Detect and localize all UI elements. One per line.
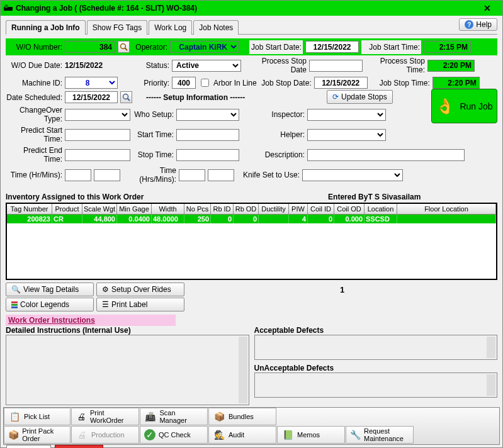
close-button[interactable]: ✕	[475, 3, 500, 13]
acceptable-defects-textarea[interactable]	[254, 335, 498, 360]
pick-list-button[interactable]: 📋Pick List	[4, 408, 71, 425]
knife-set-select[interactable]	[302, 169, 403, 181]
col-floor-location[interactable]: Floor Location	[397, 204, 496, 214]
changeover-select[interactable]	[65, 109, 130, 121]
job-start-time-label: Job Start Time:	[361, 40, 421, 54]
process-stop-date-input[interactable]	[309, 60, 363, 72]
qc-check-button[interactable]: ✓QC Check	[140, 426, 208, 444]
tab-show-fg-tags[interactable]: Show FG Tags	[87, 20, 147, 35]
detailed-instr-label: Detailed Instructions (Internal Use)	[6, 326, 249, 335]
unacceptable-defects-textarea[interactable]	[254, 372, 498, 398]
person-icon: 🕵️	[213, 428, 225, 441]
predict-start-input[interactable]	[65, 129, 130, 141]
svg-point-1	[4, 4, 8, 8]
inventory-header: Inventory Assigned to this Work Order	[6, 193, 252, 201]
refresh-icon: ⟳	[332, 92, 339, 101]
col-product[interactable]: Product	[52, 204, 82, 214]
svg-point-2	[121, 44, 126, 49]
col-no-pcs[interactable]: No Pcs	[184, 204, 211, 214]
col-ductility[interactable]: Ductility	[259, 204, 289, 214]
svg-line-3	[125, 48, 128, 51]
col-coil-od[interactable]: Coil OD	[334, 204, 365, 214]
inspector-select[interactable]	[307, 109, 386, 121]
bundles-button[interactable]: 📦Bundles	[208, 408, 276, 425]
memos-button[interactable]: 📗Memos	[277, 426, 345, 444]
job-start-date-input[interactable]	[305, 41, 359, 53]
setup-time-hrs-input[interactable]	[179, 169, 205, 181]
view-tag-details-button[interactable]: 🔍 View Tag Details	[6, 283, 94, 296]
wo-number-input[interactable]	[65, 41, 115, 53]
tab-running-job-info[interactable]: Running a Job Info	[6, 20, 86, 35]
col-piw[interactable]: PIW	[289, 204, 308, 214]
date-scheduled-search-icon[interactable]	[120, 91, 132, 103]
request-maintenance-button[interactable]: 🔧Request Maintenance	[346, 426, 414, 444]
box-icon: 📦	[213, 410, 225, 423]
start-time-input[interactable]	[176, 129, 239, 141]
tab-job-notes[interactable]: Job Notes	[193, 20, 239, 35]
detailed-instructions-textarea[interactable]	[6, 335, 249, 405]
help-icon: ?	[465, 20, 473, 29]
scrollbar[interactable]	[487, 337, 495, 358]
description-input[interactable]	[307, 149, 465, 161]
who-setup-select[interactable]	[176, 109, 239, 121]
printer-icon: 🖨	[76, 410, 87, 423]
process-stop-time-input[interactable]	[427, 60, 475, 72]
col-rb-id[interactable]: Rb ID	[211, 204, 234, 214]
wo-number-search-icon[interactable]	[118, 41, 130, 53]
run-job-button[interactable]: 👌 Run Job	[431, 89, 497, 123]
production-button[interactable]: 🖨Production	[71, 426, 139, 444]
who-setup-label: Who Setup:	[133, 110, 174, 119]
job-start-time-input[interactable]	[424, 41, 471, 53]
print-pack-order-button[interactable]: 📦Print Pack Order	[4, 426, 71, 444]
book-icon: 📗	[281, 428, 294, 441]
setup-overrides-button[interactable]: ⚙ Setup Over Rides	[96, 283, 184, 296]
time-hr-input[interactable]	[65, 169, 91, 181]
tab-work-log[interactable]: Work Log	[149, 20, 192, 35]
col-rb-od[interactable]: Rb OD	[234, 204, 259, 214]
save-button[interactable]: 💾Save	[6, 445, 51, 448]
col-min-gage[interactable]: Min Gage	[117, 204, 152, 214]
table-empty-area	[7, 223, 496, 279]
changeover-label: ChangeOver Type:	[6, 106, 62, 123]
update-stops-button[interactable]: ⟳ Update Stops	[327, 90, 393, 104]
job-stop-time-input[interactable]	[432, 77, 480, 89]
help-button[interactable]: ? Help	[459, 18, 497, 31]
print-label-button[interactable]: ☰ Print Label	[96, 298, 184, 311]
col-coil-id[interactable]: Coil ID	[308, 204, 334, 214]
scrollbar[interactable]	[487, 374, 495, 396]
col-scale-wgt[interactable]: Scale Wgt	[82, 204, 117, 214]
table-row[interactable]: 200823 CR 44,800 0.0400 48.0000 250 0 0 …	[7, 215, 496, 223]
job-stop-date-input[interactable]	[314, 77, 368, 89]
color-legends-label: Color Legends	[20, 300, 69, 309]
color-legends-button[interactable]: Color Legends	[6, 298, 94, 311]
arbor-checkbox[interactable]	[201, 79, 209, 87]
helper-select[interactable]	[307, 129, 386, 141]
setup-time-mins-input[interactable]	[208, 169, 234, 181]
predict-end-input[interactable]	[65, 149, 130, 161]
col-width[interactable]: Width	[152, 204, 184, 214]
print-workorder-button[interactable]: 🖨Print WorkOrder	[71, 408, 139, 425]
priority-input[interactable]	[172, 77, 196, 89]
col-tag-number[interactable]: Tag Number	[7, 204, 52, 214]
run-job-label: Run Job	[460, 101, 492, 111]
job-start-date-label: Job Start Date:	[249, 40, 303, 54]
operator-label: Operator:	[132, 43, 167, 52]
operator-select[interactable]: Captain KiRK	[170, 41, 239, 53]
view-tag-label: View Tag Details	[23, 285, 79, 294]
col-location[interactable]: Location	[365, 204, 397, 214]
status-select[interactable]: Active	[172, 60, 241, 72]
scrollbar[interactable]	[239, 337, 247, 403]
update-stops-label: Update Stops	[341, 92, 387, 101]
time-mins-input[interactable]	[94, 169, 120, 181]
stop-time-input[interactable]	[176, 149, 239, 161]
cancel-button[interactable]: ✕Cancel	[55, 445, 103, 448]
date-scheduled-input[interactable]	[65, 91, 118, 103]
machine-id-select[interactable]: 8	[65, 77, 118, 89]
inspector-label: Inspector:	[242, 110, 305, 119]
unacc-defects-label: UnAcceptable Defects	[254, 364, 498, 372]
list-icon: ☰	[102, 300, 109, 309]
arbor-label: Arbor In Line	[213, 79, 257, 87]
scan-manager-button[interactable]: 📠Scan Manager	[140, 408, 208, 425]
list-icon: 📋	[8, 410, 21, 423]
audit-button[interactable]: 🕵️Audit	[208, 426, 276, 444]
